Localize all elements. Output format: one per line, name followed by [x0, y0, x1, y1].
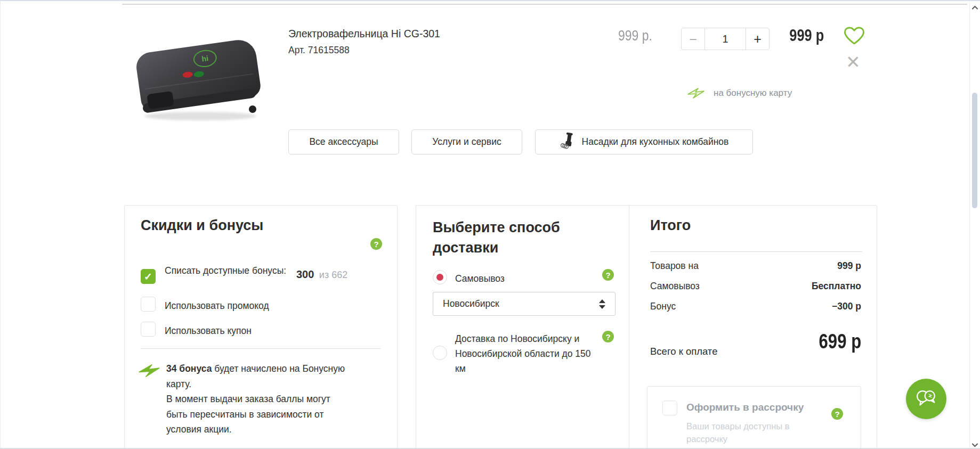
summary-row: Бонус −300 р — [650, 301, 861, 312]
summary-title: Итого — [650, 217, 691, 234]
pickup-help-icon[interactable]: ? — [602, 269, 614, 281]
summary-row-value: 999 р — [837, 260, 861, 272]
button-label: Насадки для кухонных комбайнов — [582, 136, 729, 148]
bonus-accrual-line2: В момент выдачи заказа баллы могут быть … — [166, 391, 352, 437]
bonus-amount: 300 из 662 — [296, 268, 347, 281]
installment-label: Оформить в рассрочку — [686, 402, 804, 413]
use-promocode-label: Использовать промокод — [165, 299, 269, 313]
mixer-attachment-icon — [560, 132, 576, 152]
button-label: Все аксессуары — [309, 136, 378, 148]
bonus-amount-suffix: из 662 — [319, 270, 347, 280]
button-label: Услуги и сервис — [432, 136, 501, 148]
product-shadow — [144, 112, 256, 120]
bonus-accrual-bold: 34 бонуса — [166, 363, 212, 374]
pickup-label: Самовывоз — [455, 272, 505, 285]
card-vertical-divider — [629, 206, 629, 449]
all-accessories-button[interactable]: Все аксессуары — [288, 129, 399, 154]
remove-item-icon[interactable]: ✕ — [846, 53, 861, 71]
mixer-attachments-button[interactable]: Насадки для кухонных комбайнов — [535, 129, 753, 154]
summary-row-label: Бонус — [650, 301, 676, 312]
bonus-amount-value: 300 — [296, 268, 314, 280]
delivery-title: Выберите способ доставки — [433, 217, 587, 258]
use-promocode-checkbox[interactable] — [141, 297, 156, 312]
installment-help-icon[interactable]: ? — [831, 408, 843, 420]
quantity-value[interactable]: 1 — [705, 28, 746, 50]
use-coupon-label: Использовать купон — [165, 324, 252, 338]
use-bonuses-label: Списать доступные бонусы: — [165, 264, 291, 277]
use-bonuses-checkbox[interactable]: ✓ — [141, 269, 156, 284]
row-total-price: 999 р — [755, 26, 824, 45]
summary-row-value: Бесплатно — [812, 281, 861, 292]
accrual-lightning-icon — [137, 363, 161, 380]
installment-box: Оформить в рассрочку ? Ваши товары досту… — [647, 386, 861, 449]
product-title[interactable]: Электровафельница Hi CG-301 — [288, 28, 440, 40]
installment-sublabel: Ваши товары доступны в рассрочку — [686, 420, 829, 445]
discounts-title: Скидки и бонусы — [141, 217, 263, 234]
red-indicator-light — [182, 71, 193, 78]
bonus-accrual-note: 34 бонуса будет начислено на Бонусную ка… — [166, 361, 352, 437]
unit-price: 999 р. — [596, 27, 652, 44]
discounts-card: Скидки и бонусы ? ✓ Списать доступные бо… — [124, 205, 398, 449]
summary-divider — [650, 251, 862, 252]
product-sku: Арт. 71615588 — [288, 45, 350, 56]
chat-bubbles-icon — [914, 386, 938, 412]
city-select-value: Новосибирск — [443, 298, 599, 309]
bonus-lightning-icon — [687, 87, 705, 99]
waffle-maker-foot — [249, 105, 256, 113]
scroll-up-icon[interactable] — [971, 4, 978, 11]
summary-row: Товаров на 999 р — [650, 260, 861, 272]
courier-help-icon[interactable]: ? — [602, 331, 614, 342]
total-label: Всего к оплате — [650, 346, 717, 357]
summary-row: Самовывоз Бесплатно — [650, 281, 861, 292]
courier-label: Доставка по Новосибирску и Новосибирской… — [455, 331, 598, 376]
vertical-scrollbar[interactable] — [969, 1, 980, 448]
row-divider — [122, 4, 967, 5]
brand-logo: hi — [192, 48, 218, 69]
green-indicator-light — [193, 71, 204, 78]
chat-widget-button[interactable] — [906, 379, 946, 419]
services-button[interactable]: Услуги и сервис — [411, 129, 522, 154]
use-coupon-checkbox[interactable] — [141, 322, 156, 337]
pickup-radio[interactable] — [433, 270, 447, 284]
courier-radio[interactable] — [433, 346, 447, 360]
scroll-down-icon[interactable] — [971, 441, 978, 448]
favorite-heart-icon[interactable] — [844, 26, 865, 46]
delivery-summary-card: Выберите способ доставки Самовывоз ? Нов… — [416, 205, 877, 449]
card-divider — [141, 348, 380, 349]
scrollbar-thumb[interactable] — [972, 93, 977, 208]
city-select[interactable]: Новосибирск — [433, 292, 615, 316]
total-value: 699 р — [809, 330, 861, 353]
summary-row-value: −300 р — [832, 301, 861, 312]
cart-page: hi Электровафельница Hi CG-301 Арт. 7161… — [0, 0, 980, 449]
bonus-card-note: на бонусную карту — [714, 88, 792, 99]
summary-row-label: Товаров на — [650, 260, 699, 272]
quantity-decrease-button[interactable]: – — [682, 28, 705, 50]
product-image[interactable]: hi — [128, 32, 270, 128]
select-spinner-icon — [599, 299, 605, 309]
discounts-help-icon[interactable]: ? — [370, 238, 382, 250]
summary-row-label: Самовывоз — [650, 281, 700, 292]
installment-checkbox[interactable] — [662, 401, 677, 415]
